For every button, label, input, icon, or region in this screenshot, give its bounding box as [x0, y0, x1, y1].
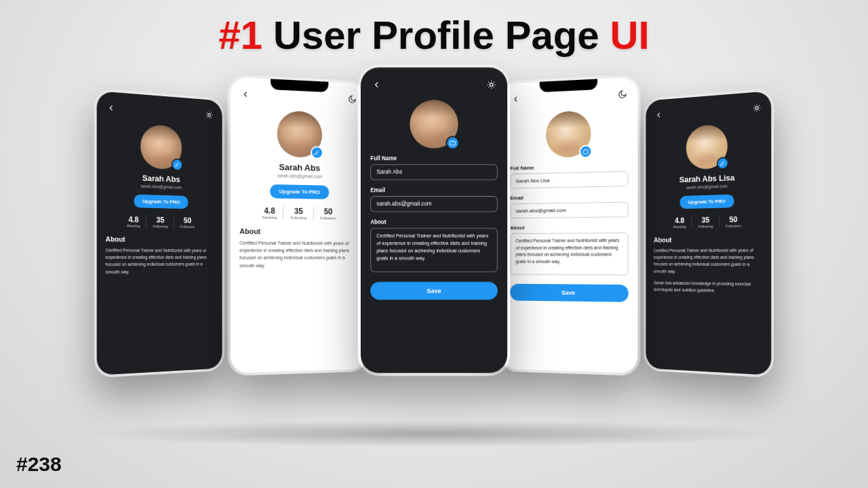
full-name-input[interactable]: Sarah Abs: [370, 164, 498, 180]
stat-ranking: 4.8Ranking: [121, 215, 146, 228]
title-hash: #1: [218, 13, 262, 57]
avatar[interactable]: [410, 100, 458, 148]
user-name: Sarah Abs: [239, 161, 357, 174]
stat-label: Following: [698, 224, 713, 228]
edit-avatar-badge[interactable]: [172, 158, 183, 171]
about-input[interactable]: Certified Personal Trainer and Nutrition…: [370, 228, 498, 272]
stat-value: 4.8: [262, 206, 277, 216]
back-icon[interactable]: [372, 80, 381, 92]
full-name-label: Full Name: [510, 162, 628, 171]
back-icon[interactable]: [106, 103, 115, 115]
svg-point-3: [452, 142, 454, 144]
back-icon[interactable]: [241, 89, 250, 101]
sun-icon[interactable]: [205, 110, 214, 121]
moon-icon[interactable]: [348, 94, 357, 106]
about-heading: About: [239, 227, 357, 236]
email-input[interactable]: sarah.abs@gmail.com: [510, 202, 628, 219]
svg-point-6: [755, 106, 758, 110]
stat-followers: 50Followers: [313, 207, 343, 220]
stat-value: 50: [180, 216, 195, 225]
about-heading: About: [654, 235, 762, 243]
screen: Sarah Abs Lisa sarah.abs@gmail.com Upgra…: [646, 91, 771, 375]
svg-rect-2: [450, 142, 456, 146]
screen: Sarah Abs sarah.abs@gmail.com Upgrade To…: [231, 77, 367, 373]
pencil-icon: [314, 149, 320, 156]
back-icon[interactable]: [511, 94, 520, 106]
stat-followers: 50Followers: [719, 215, 747, 228]
stat-label: Followers: [320, 216, 336, 220]
stat-label: Following: [153, 224, 167, 228]
episode-number: #238: [16, 453, 62, 476]
stat-value: 35: [153, 216, 167, 224]
phone-mockup-2: Sarah Abs sarah.abs@gmail.com Upgrade To…: [228, 74, 370, 376]
about-text: Certified Personal Trainer and Nutrition…: [106, 247, 214, 275]
sun-icon[interactable]: [487, 80, 496, 92]
edit-avatar-badge[interactable]: [311, 146, 323, 159]
email-input[interactable]: sarah.abs@gmail.com: [370, 196, 498, 211]
about-text: Certified Personal Trainer and Nutrition…: [654, 247, 762, 295]
about-label: About: [510, 224, 628, 230]
stat-value: 35: [290, 207, 307, 216]
sun-icon[interactable]: [753, 103, 762, 115]
about-input[interactable]: Certified Personal Trainer and Nutrition…: [510, 232, 628, 275]
stat-following: 35Following: [283, 207, 313, 220]
stat-label: Ranking: [673, 225, 686, 229]
stat-label: Ranking: [262, 216, 277, 220]
phone-mockup-3: Full Name Sarah Abs Email sarah.abs@gmai…: [358, 65, 510, 376]
upgrade-button[interactable]: Upgrade To PRO: [270, 184, 329, 199]
full-name-label: Full Name: [370, 155, 498, 161]
screen: Sarah Abs sarah.abs@gmail.com Upgrade To…: [97, 91, 222, 375]
stat-label: Followers: [180, 225, 195, 229]
avatar[interactable]: [546, 110, 591, 158]
stat-following: 35Following: [692, 216, 719, 228]
phone-mockup-5: Sarah Abs Lisa sarah.abs@gmail.com Upgra…: [644, 88, 774, 378]
stat-label: Following: [290, 216, 307, 220]
svg-point-1: [490, 83, 493, 87]
stat-label: Ranking: [127, 224, 140, 228]
svg-point-0: [208, 114, 211, 117]
stat-ranking: 4.8Ranking: [667, 216, 692, 229]
stats-row: 4.8Ranking 35Following 50Followers: [239, 206, 357, 221]
stats-row: 4.8Ranking 35Following 50Followers: [654, 215, 762, 229]
page-title: #1 User Profile Page UI: [0, 12, 868, 58]
stat-value: 50: [726, 215, 741, 224]
camera-icon: [449, 140, 456, 146]
stat-value: 50: [320, 207, 336, 216]
about-heading: About: [106, 235, 214, 243]
pencil-icon: [719, 160, 726, 167]
stats-row: 4.8Ranking 35Following 50Followers: [106, 215, 214, 229]
upgrade-button[interactable]: Upgrade To PRO: [134, 195, 189, 209]
stat-label: Followers: [726, 224, 741, 228]
screen: Full Name Sarah Abs Lisa Email sarah.abs…: [501, 77, 637, 373]
email-label: Email: [510, 193, 628, 201]
stat-value: 35: [698, 216, 713, 224]
stat-following: 35Following: [146, 216, 174, 228]
camera-icon: [583, 148, 589, 155]
svg-point-5: [585, 151, 587, 153]
phone-mockup-4: Full Name Sarah Abs Lisa Email sarah.abs…: [499, 74, 641, 376]
phone-stage: Sarah Abs sarah.abs@gmail.com Upgrade To…: [0, 68, 868, 488]
stat-value: 4.8: [127, 215, 140, 224]
stat-ranking: 4.8Ranking: [256, 206, 283, 220]
title-main: User Profile Page: [262, 13, 610, 57]
title-ui: UI: [610, 13, 650, 57]
change-photo-badge[interactable]: [446, 136, 459, 150]
app-topbar: [370, 77, 498, 98]
full-name-input[interactable]: Sarah Abs Lisa: [510, 171, 628, 188]
about-label: About: [370, 219, 498, 225]
avatar[interactable]: [140, 124, 182, 170]
about-text: Certified Personal Trainer and Nutrition…: [239, 239, 357, 269]
upgrade-button[interactable]: Upgrade To PRO: [680, 195, 734, 209]
avatar[interactable]: [277, 110, 322, 158]
edit-avatar-badge[interactable]: [717, 157, 729, 169]
screen: Full Name Sarah Abs Email sarah.abs@gmai…: [361, 68, 507, 373]
moon-icon[interactable]: [618, 89, 627, 101]
phone-mockup-1: Sarah Abs sarah.abs@gmail.com Upgrade To…: [94, 88, 224, 378]
email-label: Email: [370, 187, 498, 193]
save-button[interactable]: Save: [370, 282, 498, 300]
change-photo-badge[interactable]: [579, 145, 592, 159]
save-button[interactable]: Save: [510, 284, 628, 302]
avatar[interactable]: [686, 124, 728, 170]
back-icon[interactable]: [655, 110, 663, 121]
stat-value: 4.8: [673, 216, 686, 225]
